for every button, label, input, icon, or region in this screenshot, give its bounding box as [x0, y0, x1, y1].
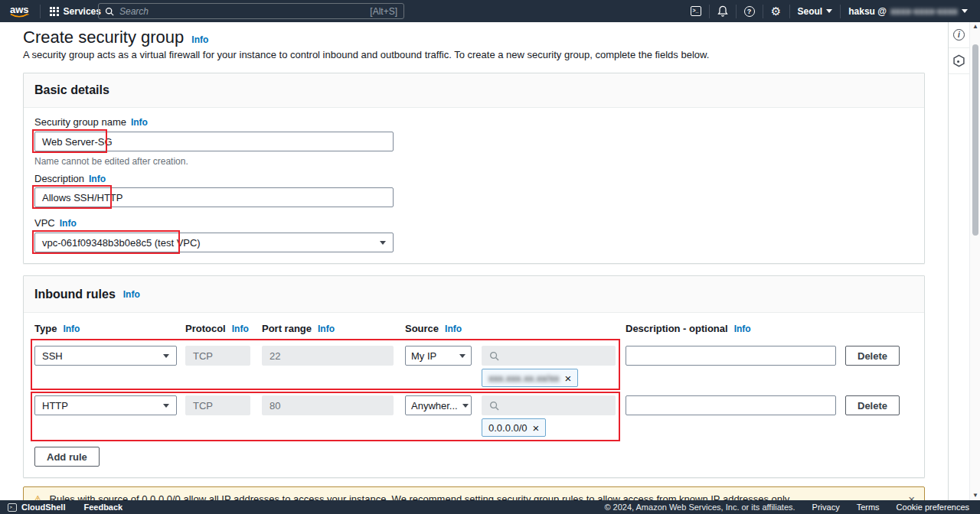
search-icon	[489, 351, 499, 361]
col-port-range-info-link[interactable]: Info	[318, 324, 335, 334]
gear-icon: ⚙	[771, 5, 781, 17]
services-grid-icon	[50, 7, 59, 16]
chevron-down-icon	[962, 9, 968, 13]
help-icon: ?	[744, 6, 755, 17]
rule-1-source-search-input[interactable]	[482, 346, 616, 366]
account-menu[interactable]: haksu @ xxxx-xxxx-xxxx	[841, 0, 975, 22]
vertical-scrollbar[interactable]: ▲ ▼	[969, 22, 980, 500]
col-source-info-link[interactable]: Info	[445, 324, 462, 334]
tools-panel-button[interactable]	[949, 48, 969, 74]
scrollbar-thumb[interactable]	[972, 44, 978, 236]
top-navigation-bar: aws Services Search [Alt+S]	[0, 0, 980, 22]
rule-2-type-select[interactable]: HTTP	[34, 395, 177, 415]
basic-details-title: Basic details	[34, 83, 109, 97]
col-type-label: Type	[34, 323, 57, 334]
account-name: haksu @	[848, 6, 887, 17]
search-icon	[489, 401, 499, 411]
feedback-label: Feedback	[83, 503, 122, 512]
rule-1-chip-ip-redacted: xxx.xxx.xx.xx/xx	[488, 372, 559, 384]
search-shortcut-hint: [Alt+S]	[370, 6, 397, 17]
rule-1-protocol-value: TCP	[193, 350, 213, 362]
rule-2-port-value: 80	[270, 400, 280, 412]
description-info-link[interactable]: Info	[89, 174, 106, 184]
rule-2-type-value: HTTP	[42, 400, 68, 412]
chevron-down-icon	[163, 404, 169, 408]
chevron-down-icon	[459, 354, 466, 358]
col-source-label: Source	[405, 323, 439, 334]
rule-2-source-search-input[interactable]	[482, 395, 616, 415]
account-id-redacted: xxxx-xxxx-xxxx	[890, 6, 958, 17]
global-search-input[interactable]: Search [Alt+S]	[98, 3, 404, 19]
add-rule-button[interactable]: Add rule	[34, 447, 100, 467]
page-title-info-link[interactable]: Info	[191, 34, 208, 45]
sg-name-label: Security group name	[34, 116, 126, 128]
copyright-text: © 2024, Amazon Web Services, Inc. or its…	[604, 503, 795, 512]
aws-console-screen: aws Services Search [Alt+S]	[0, 0, 980, 514]
description-input[interactable]: Allows SSH/HTTP	[34, 187, 394, 207]
settings-button[interactable]: ⚙	[763, 0, 789, 22]
col-description-info-link[interactable]: Info	[734, 324, 751, 334]
sg-name-value: Web Server-SG	[42, 136, 113, 148]
rule-2-chip-cidr: 0.0.0.0/0	[488, 422, 528, 434]
cloudshell-terminal-icon: >_	[8, 503, 17, 512]
aws-logo[interactable]: aws	[10, 5, 29, 18]
sg-name-info-link[interactable]: Info	[131, 117, 148, 128]
basic-details-header: Basic details	[24, 73, 924, 108]
help-button[interactable]: ?	[737, 0, 763, 22]
chevron-down-icon	[380, 241, 386, 245]
scroll-up-arrow[interactable]: ▲	[970, 22, 980, 31]
chevron-down-icon	[163, 354, 169, 358]
rule-1-delete-button[interactable]: Delete	[845, 346, 900, 366]
region-label: Seoul	[798, 6, 823, 17]
right-side-toolbar: i	[948, 22, 969, 500]
info-panel-button[interactable]: i	[949, 22, 969, 48]
col-type-info-link[interactable]: Info	[63, 324, 80, 334]
vpc-info-link[interactable]: Info	[60, 218, 77, 229]
vpc-selected-value: vpc-061f09348b3b0e8c5 (test VPC)	[42, 237, 201, 249]
services-label: Services	[64, 6, 101, 17]
rule-1-source-select[interactable]: My IP	[405, 346, 472, 366]
sg-name-help-text: Name cannot be edited after creation.	[34, 156, 188, 167]
rule-1-source-chip: xxx.xxx.xx.xx/xx ×	[482, 369, 578, 387]
inbound-rules-header: Inbound rules Info	[24, 276, 924, 313]
rule-2-protocol-field: TCP	[185, 395, 250, 415]
footer-feedback-link[interactable]: Feedback	[83, 503, 122, 512]
region-selector[interactable]: Seoul	[790, 0, 841, 22]
sg-name-input[interactable]: Web Server-SG	[34, 132, 394, 151]
rule-1-description-input[interactable]	[626, 346, 836, 366]
notifications-button[interactable]	[710, 0, 736, 22]
rule-1-type-select[interactable]: SSH	[34, 346, 177, 366]
search-placeholder: Search	[119, 6, 364, 17]
cloudshell-button[interactable]: >_	[683, 0, 709, 22]
bell-icon	[717, 5, 728, 17]
info-circle-icon: i	[953, 29, 965, 41]
inbound-rules-title: Inbound rules	[34, 288, 116, 301]
vpc-select[interactable]: vpc-061f09348b3b0e8c5 (test VPC)	[34, 233, 394, 252]
footer-terms-link[interactable]: Terms	[857, 503, 880, 512]
basic-details-section: Basic details Security group name Info W…	[23, 73, 925, 264]
rule-1-source-value: My IP	[411, 350, 436, 362]
footer-cookie-preferences-link[interactable]: Cookie preferences	[897, 503, 969, 512]
rule-2-protocol-value: TCP	[193, 400, 213, 412]
footer-privacy-link[interactable]: Privacy	[812, 503, 840, 512]
rule-1-type-value: SSH	[42, 350, 63, 362]
rule-2-description-input[interactable]	[626, 395, 836, 415]
console-footer: >_ CloudShell Feedback © 2024, Amazon We…	[0, 500, 980, 514]
inbound-rules-info-link[interactable]: Info	[123, 289, 140, 300]
col-protocol-label: Protocol	[185, 323, 226, 334]
rule-1-port-field: 22	[262, 346, 394, 366]
cloudshell-label: CloudShell	[21, 503, 65, 512]
hexagon-tool-icon	[952, 54, 965, 67]
footer-cloudshell-button[interactable]: >_ CloudShell	[8, 503, 65, 512]
description-value: Allows SSH/HTTP	[42, 192, 122, 203]
scroll-down-arrow[interactable]: ▼	[970, 491, 980, 500]
col-protocol-info-link[interactable]: Info	[232, 324, 249, 334]
rule-2-source-select[interactable]: Anywher...	[405, 395, 472, 415]
col-port-range-label: Port range	[262, 323, 312, 334]
rule-2-delete-button[interactable]: Delete	[845, 395, 900, 415]
col-description-label: Description - optional	[626, 323, 728, 334]
chevron-down-icon	[462, 404, 469, 408]
rule-2-chip-remove-icon[interactable]: ×	[533, 422, 540, 434]
rule-1-chip-remove-icon[interactable]: ×	[564, 372, 571, 384]
description-label: Description	[34, 173, 84, 184]
